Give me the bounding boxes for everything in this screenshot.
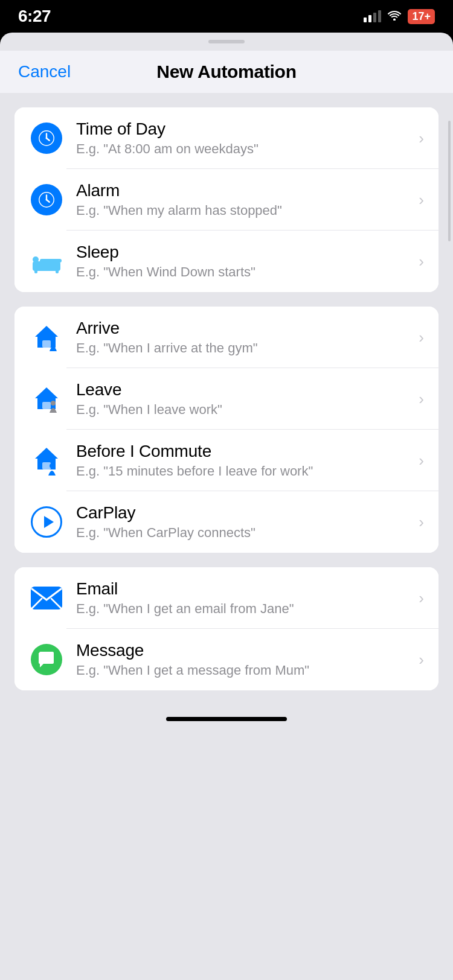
scrollbar[interactable] (448, 121, 451, 241)
chevron-icon: › (419, 328, 424, 347)
chevron-icon: › (419, 390, 424, 409)
svg-rect-10 (33, 261, 60, 271)
item-title-before-commute: Before I Commute (76, 442, 413, 461)
item-subtitle-message: E.g. "When I get a message from Mum" (76, 663, 413, 678)
chevron-icon: › (419, 191, 424, 209)
sheet-handle-area (0, 33, 453, 51)
item-title-leave: Leave (76, 380, 413, 399)
item-subtitle-time-of-day: E.g. "At 8:00 am on weekdays" (76, 141, 413, 157)
item-title-carplay: CarPlay (76, 503, 413, 523)
status-bar: 6:27 17+ (0, 0, 453, 33)
item-title-email: Email (76, 579, 413, 599)
item-subtitle-carplay: E.g. "When CarPlay connects" (76, 525, 413, 541)
list-item-alarm[interactable]: Alarm E.g. "When my alarm has stopped" › (14, 169, 439, 231)
clock-icon (29, 121, 64, 156)
commute-icon (29, 443, 64, 478)
item-subtitle-sleep: E.g. "When Wind Down starts" (76, 264, 413, 280)
chevron-icon: › (419, 589, 424, 608)
arrive-icon (29, 320, 64, 355)
page-title: New Automation (156, 62, 296, 82)
svg-point-4 (46, 138, 48, 139)
list-item-email[interactable]: Email E.g. "When I get an email from Jan… (14, 567, 439, 629)
item-title-arrive: Arrive (76, 319, 413, 338)
list-item-carplay[interactable]: CarPlay E.g. "When CarPlay connects" › (14, 491, 439, 553)
carplay-icon (29, 504, 64, 539)
item-subtitle-email: E.g. "When I get an email from Jane" (76, 601, 413, 617)
svg-rect-19 (42, 462, 51, 469)
sleep-icon (29, 244, 64, 279)
wifi-icon (387, 8, 402, 24)
chevron-icon: › (419, 513, 424, 532)
nav-bar: Cancel New Automation (0, 51, 453, 93)
location-group: Arrive E.g. "When I arrive at the gym" ›… (14, 307, 439, 553)
svg-point-16 (51, 339, 56, 344)
battery-icon: 17+ (408, 9, 435, 24)
svg-rect-21 (31, 587, 62, 609)
chevron-icon: › (419, 451, 424, 470)
svg-rect-17 (42, 402, 51, 409)
list-item-arrive[interactable]: Arrive E.g. "When I arrive at the gym" › (14, 307, 439, 368)
email-icon (29, 581, 64, 616)
svg-rect-13 (34, 270, 37, 273)
status-icons: 17+ (364, 8, 435, 24)
leave-icon (29, 381, 64, 416)
item-subtitle-leave: E.g. "When I leave work" (76, 402, 413, 418)
time-group: Time of Day E.g. "At 8:00 am on weekdays… (14, 107, 439, 292)
signal-icon (364, 10, 381, 22)
alarm-clock-icon (29, 182, 64, 217)
svg-point-9 (46, 199, 48, 201)
sheet-handle (208, 40, 245, 43)
communication-group: Email E.g. "When I get an email from Jan… (14, 567, 439, 690)
chevron-icon: › (419, 252, 424, 271)
list-item-message[interactable]: Message E.g. "When I get a message from … (14, 629, 439, 690)
svg-rect-12 (40, 259, 62, 262)
home-indicator (0, 708, 453, 727)
svg-rect-14 (56, 270, 59, 273)
message-icon (29, 642, 64, 677)
cancel-button[interactable]: Cancel (18, 62, 71, 81)
svg-rect-11 (33, 256, 39, 262)
svg-point-18 (51, 401, 56, 406)
svg-point-20 (50, 463, 54, 468)
main-content: Cancel New Automation Time of Day (0, 51, 453, 980)
list-item-before-commute[interactable]: Before I Commute E.g. "15 minutes before… (14, 430, 439, 491)
item-title-sleep: Sleep (76, 243, 413, 262)
status-time: 6:27 (18, 7, 51, 26)
chevron-icon: › (419, 651, 424, 669)
item-title-message: Message (76, 641, 413, 660)
list-item-leave[interactable]: Leave E.g. "When I leave work" › (14, 368, 439, 430)
list-item-time-of-day[interactable]: Time of Day E.g. "At 8:00 am on weekdays… (14, 107, 439, 169)
svg-rect-15 (42, 340, 51, 348)
item-subtitle-before-commute: E.g. "15 minutes before I leave for work… (76, 463, 413, 479)
home-bar (166, 717, 287, 721)
chevron-icon: › (419, 129, 424, 148)
item-title-time-of-day: Time of Day (76, 119, 413, 139)
item-subtitle-arrive: E.g. "When I arrive at the gym" (76, 340, 413, 356)
item-title-alarm: Alarm (76, 181, 413, 200)
list-item-sleep[interactable]: Sleep E.g. "When Wind Down starts" › (14, 231, 439, 292)
item-subtitle-alarm: E.g. "When my alarm has stopped" (76, 203, 413, 218)
